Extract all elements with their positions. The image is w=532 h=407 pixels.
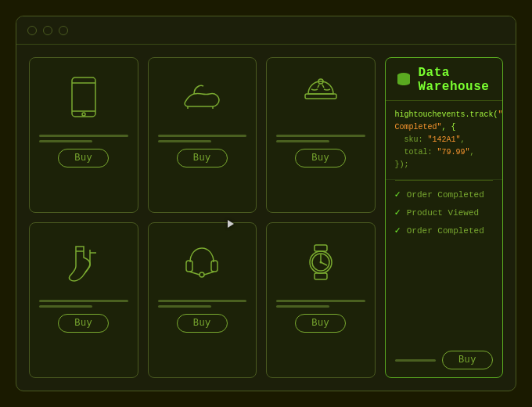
line: [276, 305, 329, 308]
line: [39, 140, 92, 142]
product-lines-2: [155, 135, 250, 142]
product-lines-3: [273, 135, 368, 142]
event-label-2: Product Viewed: [407, 208, 479, 218]
buy-button-dw[interactable]: Buy: [442, 351, 493, 369]
code-total-val: "79.99": [437, 148, 470, 157]
product-card-shoe: Buy: [148, 57, 257, 213]
product-grid: Buy Buy: [29, 57, 385, 378]
svg-rect-18: [315, 273, 327, 279]
dw-event-1: ✓ Order Completed: [395, 189, 494, 200]
dw-buy-row: Buy: [386, 344, 503, 377]
line: [39, 305, 92, 308]
event-label-3: Order Completed: [407, 226, 484, 236]
product-card-hat: Buy: [266, 57, 376, 213]
hat-icon: [297, 74, 344, 121]
dw-events-list: ✓ Order Completed ✓ Product Viewed ✓ Ord…: [386, 181, 503, 244]
db-svg-icon: [395, 71, 412, 88]
product-lines-6: [273, 300, 368, 308]
code-total-key: total:: [404, 148, 437, 157]
line: [39, 300, 128, 302]
titlebar: [16, 16, 516, 45]
product-icon-watch: [273, 231, 368, 294]
product-card-watch: Buy: [266, 222, 376, 378]
event-label-1: Order Completed: [407, 190, 484, 200]
product-icon-phone: [36, 66, 131, 128]
product-lines-4: [36, 300, 131, 308]
product-icon-headphones: [155, 231, 250, 294]
traffic-light-maximize[interactable]: [59, 26, 68, 35]
app-window: Buy Buy: [16, 16, 516, 391]
dw-line: [395, 359, 436, 362]
dw-code-block: hightouchevents.track("OrderCompleted", …: [386, 101, 503, 180]
svg-rect-6: [305, 94, 336, 99]
dw-event-3: ✓ Order Completed: [395, 225, 494, 236]
buy-button-watch[interactable]: Buy: [295, 314, 346, 333]
product-card-headphones: Buy: [148, 222, 257, 378]
svg-point-23: [319, 261, 322, 264]
buy-button-socks[interactable]: Buy: [58, 314, 109, 333]
product-lines-5: [155, 300, 250, 308]
svg-rect-12: [186, 261, 192, 272]
svg-line-16: [204, 272, 214, 275]
headphones-icon: [178, 239, 225, 286]
data-warehouse-panel: Data Warehouse hightouchevents.track("Or…: [385, 57, 504, 378]
checkmark-icon-2: ✓: [395, 207, 401, 218]
line: [276, 140, 329, 142]
product-card-socks: Buy: [29, 222, 138, 378]
line: [39, 135, 128, 137]
dw-title: Data Warehouse: [419, 66, 494, 94]
buy-button-shoe[interactable]: Buy: [177, 149, 228, 167]
svg-line-9: [322, 85, 324, 88]
product-icon-hat: [273, 66, 368, 128]
database-icon: [395, 70, 412, 89]
line: [276, 300, 365, 302]
line: [158, 135, 247, 137]
product-lines-1: [36, 135, 131, 142]
code-comma-1: ,: [461, 135, 466, 144]
code-brace: , {: [442, 123, 456, 131]
svg-line-8: [318, 85, 319, 88]
line: [158, 140, 211, 142]
svg-rect-13: [211, 261, 217, 272]
code-function: hightouchevents.track(: [395, 110, 498, 119]
buy-button-headphones[interactable]: Buy: [177, 314, 228, 333]
line: [276, 135, 365, 137]
checkmark-icon-3: ✓: [395, 225, 401, 236]
code-comma-2: ,: [470, 148, 475, 157]
main-content: Buy Buy: [16, 45, 516, 391]
watch-icon: [297, 239, 344, 286]
svg-point-14: [200, 272, 204, 277]
code-sku-key: sku:: [404, 135, 428, 144]
dw-event-2: ✓ Product Viewed: [395, 207, 494, 218]
line: [158, 305, 211, 308]
checkmark-icon-1: ✓: [395, 189, 401, 200]
dw-header: Data Warehouse: [386, 58, 503, 101]
traffic-light-minimize[interactable]: [43, 26, 52, 35]
traffic-light-close[interactable]: [27, 26, 37, 35]
shoe-icon: [178, 74, 225, 121]
line: [158, 300, 247, 302]
buy-button-hat[interactable]: Buy: [295, 149, 346, 167]
product-card-phone: Buy: [29, 57, 138, 213]
phone-icon: [60, 74, 107, 121]
buy-button-phone[interactable]: Buy: [58, 149, 109, 167]
socks-icon: [60, 239, 107, 286]
code-end: });: [395, 160, 409, 169]
svg-rect-17: [315, 245, 327, 251]
svg-line-15: [189, 272, 200, 275]
product-icon-socks: [36, 231, 131, 294]
code-sku-val: "142A1": [428, 135, 461, 144]
product-icon-shoe: [155, 66, 250, 128]
svg-point-3: [82, 113, 85, 116]
